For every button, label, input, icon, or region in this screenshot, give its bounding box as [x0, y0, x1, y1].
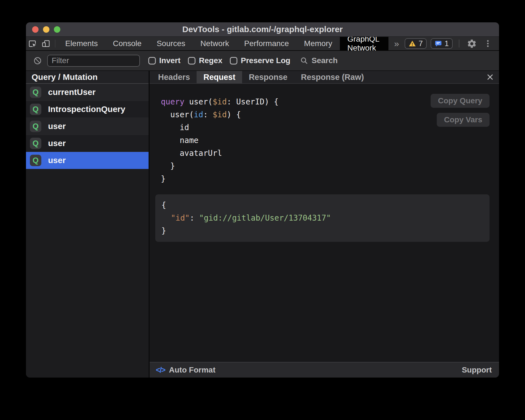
variables-box: { "id": "gid://gitlab/User/13704317"}	[155, 194, 490, 242]
code-line: }	[161, 160, 490, 173]
query-type-badge: Q	[30, 87, 41, 98]
copy-vars-button[interactable]: Copy Vars	[437, 113, 490, 127]
request-tab-response[interactable]: Response	[242, 71, 294, 83]
code-line: }	[155, 225, 490, 237]
devtools-tab-network[interactable]: Network	[193, 37, 237, 50]
settings-button[interactable]	[466, 37, 478, 50]
main-area: Query / Mutation QcurrentUserQIntrospect…	[26, 71, 499, 378]
request-panel: HeadersRequestResponseResponse (Raw) que…	[150, 71, 499, 378]
code-line: "id": "gid://gitlab/User/13704317"	[155, 212, 490, 225]
checkbox-label: Invert	[159, 56, 180, 65]
request-tab-items: HeadersRequestResponseResponse (Raw)	[151, 71, 371, 83]
tabbar-right-controls: 7 1	[405, 37, 499, 50]
auto-format-button[interactable]: Auto Format	[169, 366, 215, 374]
devtools-tabbar-tabs: ElementsConsoleSourcesNetworkPerformance…	[58, 37, 388, 50]
devtools-tab-console[interactable]: Console	[105, 37, 149, 50]
query-name-label: user	[48, 139, 66, 148]
close-icon	[486, 73, 494, 81]
sidebar: Query / Mutation QcurrentUserQIntrospect…	[26, 71, 150, 378]
warnings-count: 7	[419, 39, 423, 48]
devtools-tab-sources[interactable]: Sources	[149, 37, 193, 50]
checkbox-label: Preserve Log	[241, 56, 290, 65]
copy-query-button[interactable]: Copy Query	[431, 94, 490, 108]
devtools-tab-performance[interactable]: Performance	[237, 37, 296, 50]
filter-checkboxes: InvertRegexPreserve Log	[148, 56, 290, 65]
checkbox-label: Regex	[199, 56, 222, 65]
request-panel-tabs: HeadersRequestResponseResponse (Raw)	[150, 71, 499, 84]
checkbox-regex[interactable]: Regex	[188, 56, 222, 65]
search-control[interactable]: Search	[300, 56, 338, 65]
issues-count: 1	[445, 39, 449, 48]
query-name-label: user	[48, 156, 66, 165]
filter-bar: InvertRegexPreserve Log Search	[26, 51, 499, 71]
checkbox-box-invert[interactable]	[148, 57, 156, 65]
query-list: QcurrentUserQIntrospectionQueryQuserQuse…	[26, 84, 149, 169]
close-window-button[interactable]	[32, 26, 39, 33]
query-list-item-user[interactable]: Quser	[26, 118, 149, 135]
request-tab-response-raw[interactable]: Response (Raw)	[294, 71, 371, 83]
inspect-element-button[interactable]	[26, 37, 39, 50]
request-tab-headers[interactable]: Headers	[151, 71, 197, 83]
clear-button[interactable]	[32, 55, 43, 66]
devtools-tabbar: ElementsConsoleSourcesNetworkPerformance…	[26, 37, 499, 51]
block-icon	[33, 56, 42, 65]
request-content: query user($id: UserID) { user(id: $id) …	[150, 84, 499, 362]
minimize-window-button[interactable]	[43, 26, 49, 33]
controls-separator	[459, 40, 459, 47]
query-list-item-user[interactable]: Quser	[26, 152, 149, 169]
query-name-label: currentUser	[48, 87, 96, 97]
request-tab-request[interactable]: Request	[197, 71, 242, 83]
devtools-tab-memory[interactable]: Memory	[297, 37, 340, 50]
support-link[interactable]: Support	[462, 366, 492, 374]
search-label: Search	[312, 56, 338, 65]
copy-buttons: Copy Query Copy Vars	[431, 94, 490, 127]
maximize-window-button[interactable]	[54, 26, 60, 33]
devtools-window: DevTools - gitlab.com/-/graphql-explorer…	[26, 22, 499, 378]
devtools-tab-elements[interactable]: Elements	[58, 37, 105, 50]
code-format-icon: </>	[156, 366, 165, 374]
query-type-badge: Q	[30, 104, 41, 115]
issues-badge[interactable]: 1	[431, 38, 453, 49]
search-icon	[300, 56, 308, 65]
query-type-badge: Q	[30, 121, 41, 132]
window-title: DevTools - gitlab.com/-/graphql-explorer	[182, 25, 343, 34]
message-icon	[435, 40, 442, 47]
query-name-label: IntrospectionQuery	[48, 104, 125, 114]
tabbar-separator	[55, 40, 56, 47]
filter-input[interactable]	[47, 55, 140, 67]
gear-icon	[467, 39, 477, 49]
panel-footer: </> Auto Format Support	[150, 362, 499, 378]
code-line: name	[161, 134, 490, 147]
checkbox-box-regex[interactable]	[188, 57, 195, 65]
warning-icon	[409, 40, 416, 47]
query-list-item-currentUser[interactable]: QcurrentUser	[26, 84, 149, 101]
checkbox-box-preserve-log[interactable]	[230, 57, 237, 65]
code-line: }	[161, 173, 490, 185]
more-tabs-button[interactable]: »	[388, 37, 405, 50]
warnings-badge[interactable]: 7	[405, 38, 427, 49]
query-list-item-IntrospectionQuery[interactable]: QIntrospectionQuery	[26, 101, 149, 118]
query-type-badge: Q	[30, 155, 41, 166]
code-line: avatarUrl	[161, 147, 490, 160]
query-type-badge: Q	[30, 138, 41, 149]
code-line: {	[155, 199, 490, 212]
checkbox-preserve-log[interactable]: Preserve Log	[230, 56, 290, 65]
inspect-icon	[28, 39, 37, 48]
traffic-lights	[32, 22, 60, 36]
more-options-button[interactable]	[482, 37, 494, 50]
close-panel-button[interactable]	[481, 71, 499, 83]
sidebar-header: Query / Mutation	[26, 71, 149, 84]
checkbox-invert[interactable]: Invert	[148, 56, 180, 65]
devtools-tab-graphql-network[interactable]: GraphQL Network	[340, 37, 388, 50]
query-name-label: user	[48, 121, 66, 131]
kebab-menu-icon	[483, 39, 492, 48]
device-toolbar-button[interactable]	[39, 37, 53, 50]
titlebar: DevTools - gitlab.com/-/graphql-explorer	[26, 22, 499, 37]
query-list-item-user[interactable]: Quser	[26, 135, 149, 152]
device-toolbar-icon	[41, 39, 51, 48]
